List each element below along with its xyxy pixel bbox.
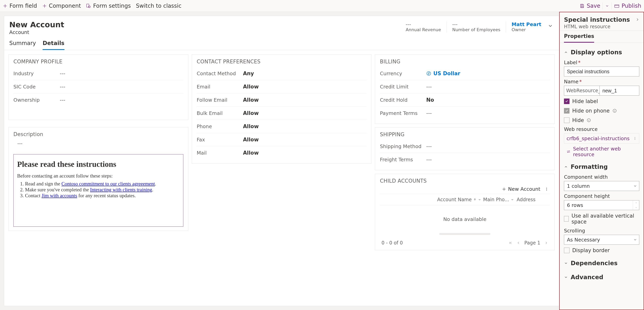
- section-title: COMPANY PROFILE: [14, 59, 183, 65]
- swap-icon: [566, 149, 571, 154]
- spinner-up-button[interactable]: [633, 200, 639, 205]
- chevron-down-icon: [511, 198, 514, 201]
- scrolling-select[interactable]: As Necessary: [564, 235, 639, 245]
- field-row[interactable]: PhoneAllow: [197, 120, 367, 133]
- new-account-button[interactable]: New Account: [502, 186, 540, 192]
- instructions-intro: Before contacting an account follow thes…: [17, 173, 180, 179]
- svg-point-6: [546, 190, 547, 191]
- contact-preferences-section[interactable]: CONTACT PREFERENCES Contact MethodAny Em…: [192, 55, 372, 164]
- instructions-list: Read and sign the Contoso commitment to …: [25, 181, 180, 198]
- col-account-name[interactable]: Account Name: [382, 197, 481, 202]
- company-profile-section[interactable]: COMPANY PROFILE Industry --- SIC Code --…: [8, 55, 188, 120]
- component-height-label: Component height: [564, 193, 639, 199]
- field-row[interactable]: Bulk EmailAllow: [197, 107, 367, 120]
- hide-label-checkbox[interactable]: Hide label: [564, 96, 639, 105]
- field-row[interactable]: EmailAllow: [197, 80, 367, 93]
- svg-point-5: [546, 189, 547, 189]
- web-resource-link[interactable]: crfb6_special-instructions: [564, 133, 639, 143]
- field-row[interactable]: Industry ---: [14, 67, 183, 80]
- formatting-toggle[interactable]: Formatting: [564, 162, 639, 172]
- next-page-button[interactable]: [544, 241, 548, 245]
- chevron-down-icon: [548, 23, 553, 29]
- hide-checkbox[interactable]: Hide: [564, 114, 639, 124]
- label-input[interactable]: [564, 67, 639, 76]
- label-label: Label: [564, 60, 577, 65]
- header-num-employees[interactable]: --- Number of Employees: [452, 22, 500, 32]
- info-icon[interactable]: [612, 109, 617, 113]
- grid-overflow-button[interactable]: [545, 187, 548, 192]
- advanced-toggle[interactable]: Advanced: [564, 272, 639, 282]
- special-instructions-webresource[interactable]: Please read these instructions Before co…: [14, 154, 183, 227]
- field-row[interactable]: Freight Terms---: [380, 153, 550, 166]
- field-row[interactable]: Credit Limit---: [380, 80, 550, 93]
- panel-subtitle: HTML web resource: [564, 24, 630, 29]
- first-page-button[interactable]: [508, 241, 512, 245]
- component-height-spinner[interactable]: 6 rows: [564, 200, 639, 210]
- display-options-toggle[interactable]: Display options: [564, 47, 639, 57]
- jim-accounts-link[interactable]: Jim with accounts: [42, 193, 77, 198]
- form-field-button[interactable]: Form field: [3, 3, 37, 9]
- contoso-agreement-link[interactable]: Contoso commitment to our clients agreee…: [62, 181, 155, 186]
- field-row[interactable]: Shipping Method---: [380, 140, 550, 153]
- checkbox-checked-icon: [564, 108, 570, 113]
- header-owner[interactable]: Matt Peart Owner: [512, 22, 541, 32]
- training-link[interactable]: Interacting with clients training: [90, 187, 152, 192]
- checkbox-checked-icon: [564, 98, 570, 104]
- hide-on-phone-checkbox[interactable]: Hide on phone: [564, 105, 639, 114]
- prev-page-button[interactable]: [516, 241, 520, 245]
- more-vertical-icon[interactable]: [633, 136, 637, 140]
- header-expand-button[interactable]: [547, 22, 554, 30]
- save-menu-button[interactable]: [605, 4, 609, 8]
- description-value[interactable]: ---: [14, 139, 183, 154]
- chevron-down-icon: [564, 275, 568, 279]
- checkbox-unchecked-icon: [564, 216, 569, 222]
- separator: [446, 22, 447, 33]
- page-title: New Account: [9, 20, 64, 29]
- chevron-right-icon: [635, 17, 640, 22]
- field-row[interactable]: MailAllow: [197, 146, 367, 159]
- grid-empty: No data available: [380, 205, 550, 233]
- use-all-space-checkbox[interactable]: Use all available vertical space: [564, 210, 639, 226]
- publish-button[interactable]: Publish: [614, 3, 641, 9]
- header-annual-revenue[interactable]: --- Annual Revenue: [406, 22, 441, 32]
- spinner-down-button[interactable]: [633, 205, 639, 210]
- chevron-down-icon: [478, 198, 481, 201]
- component-label: Component: [49, 3, 81, 9]
- grid-scrollbar[interactable]: [439, 233, 490, 235]
- section-title: CONTACT PREFERENCES: [197, 59, 367, 65]
- chevron-down-icon: [564, 261, 568, 265]
- info-icon[interactable]: [587, 118, 591, 122]
- field-row[interactable]: Currency US Dollar: [380, 67, 550, 80]
- required-indicator: *: [579, 79, 582, 84]
- form-settings-button[interactable]: Form settings: [86, 3, 131, 9]
- tab-details[interactable]: Details: [42, 40, 64, 50]
- field-row[interactable]: Credit HoldNo: [380, 93, 550, 107]
- field-row[interactable]: Ownership ---: [14, 93, 183, 106]
- component-button[interactable]: Component: [42, 3, 81, 9]
- save-button[interactable]: Save: [580, 3, 600, 9]
- panel-collapse-button[interactable]: [634, 16, 641, 23]
- dependencies-toggle[interactable]: Dependencies: [564, 258, 639, 268]
- field-row[interactable]: SIC Code ---: [14, 80, 183, 93]
- field-row[interactable]: Payment Terms---: [380, 107, 550, 120]
- col-main-phone[interactable]: Main Pho...: [483, 197, 515, 202]
- col-address[interactable]: Address: [517, 197, 548, 202]
- field-row[interactable]: Contact MethodAny: [197, 67, 367, 80]
- web-resource-label: Web resource: [564, 126, 639, 132]
- component-width-select[interactable]: 1 column: [564, 181, 639, 191]
- display-border-checkbox[interactable]: Display border: [564, 245, 639, 254]
- field-row[interactable]: FaxAllow: [197, 133, 367, 146]
- section-title: BILLING: [380, 59, 550, 65]
- field-row[interactable]: Follow EmailAllow: [197, 93, 367, 107]
- billing-section[interactable]: BILLING Currency US Dollar: [375, 55, 555, 124]
- switch-classic-button[interactable]: Switch to classic: [136, 3, 182, 9]
- name-input[interactable]: [600, 86, 639, 96]
- scrolling-label: Scrolling: [564, 228, 639, 234]
- select-another-webresource-link[interactable]: Select another web resource: [564, 143, 639, 158]
- properties-tab[interactable]: Properties: [564, 31, 594, 43]
- separator: [612, 2, 612, 10]
- child-accounts-section[interactable]: CHILD ACCOUNTS New Account: [375, 174, 555, 250]
- tab-summary[interactable]: Summary: [9, 40, 36, 50]
- description-section[interactable]: Description --- Please read these instru…: [8, 127, 188, 231]
- shipping-section[interactable]: SHIPPING Shipping Method--- Freight Term…: [375, 127, 555, 170]
